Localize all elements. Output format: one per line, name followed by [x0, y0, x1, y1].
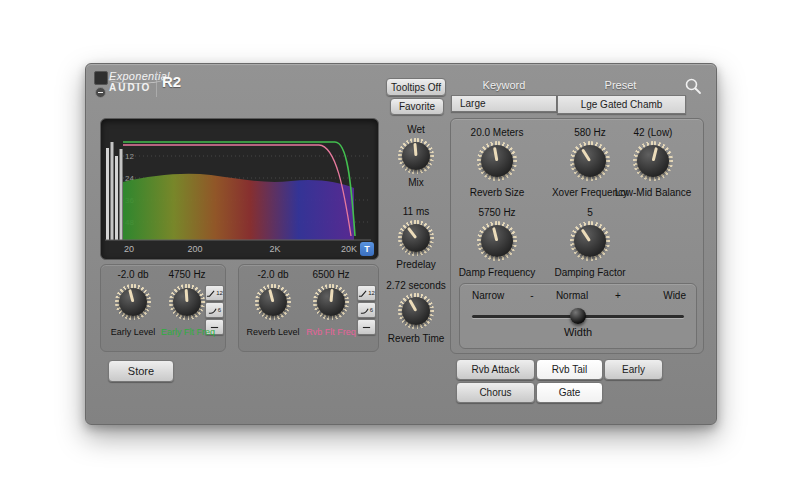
early-level-value: -2.0 db — [103, 269, 163, 280]
reverb-filter-slope-6-button[interactable]: 6 — [357, 302, 376, 318]
damp-frequency-knob[interactable] — [477, 221, 517, 261]
filter-slope-gentle-icon — [208, 306, 217, 315]
damp-frequency-value: 5750 Hz — [455, 207, 539, 218]
logo-badge — [94, 71, 108, 85]
tab-rvb-attack[interactable]: Rvb Attack — [456, 359, 535, 380]
reverb-size-value: 20.0 Meters — [455, 127, 539, 138]
svg-text:200: 200 — [187, 244, 202, 254]
early-freq-label: Early Flt Freq — [155, 327, 221, 337]
damping-factor-value: 5 — [548, 207, 632, 218]
early-filter-slope-6-button[interactable]: 6 — [205, 302, 224, 318]
keyword-label: Keyword — [451, 79, 557, 91]
slope-value: 6 — [218, 307, 221, 313]
reverb-time-knob[interactable] — [398, 293, 434, 329]
tab-gate[interactable]: Gate — [536, 382, 603, 403]
preset-search-button[interactable] — [683, 76, 703, 96]
favorite-button[interactable]: Favorite — [390, 98, 444, 115]
knob-body — [259, 288, 287, 316]
reverb-filter-slope-12-button[interactable]: 12 — [357, 285, 376, 301]
reverb-freq-value: 6500 Hz — [299, 269, 363, 280]
store-button[interactable]: Store — [108, 360, 174, 382]
width-wide-label: Wide — [646, 290, 686, 301]
minus-icon — [98, 92, 103, 93]
early-knob-group: -2.0 db 4750 Hz 12 6 Early Level Early F… — [100, 264, 226, 352]
brand-name-top: Exponential — [109, 70, 170, 82]
reverb-level-knob[interactable] — [255, 284, 291, 320]
tooltips-toggle-button[interactable]: Tooltips Off — [386, 78, 446, 96]
svg-text:20K: 20K — [341, 244, 357, 254]
logo-divider — [156, 71, 157, 97]
reverb-size-label: Reverb Size — [455, 187, 539, 198]
level-meters — [106, 142, 123, 240]
width-plus-label[interactable]: + — [612, 290, 624, 301]
reverb-size-knob[interactable] — [477, 141, 517, 181]
mix-value: Wet — [386, 124, 446, 135]
mix-knob[interactable] — [398, 138, 434, 174]
svg-text:2K: 2K — [269, 244, 280, 254]
filter-slope-gentle-icon — [360, 306, 369, 315]
product-name: R2 — [162, 73, 181, 90]
brand-name-bottom: AUDIO — [109, 82, 151, 93]
knob-body — [119, 288, 147, 316]
tab-rvb-tail[interactable]: Rvb Tail — [536, 359, 603, 380]
rvb-tail-panel: 20.0 Meters 580 Hz 42 (Low) Reverb Size … — [450, 118, 704, 354]
keyword-select[interactable]: Large — [451, 95, 557, 112]
plugin-window: Exponential AUDIO R2 Tooltips Off Favori… — [85, 63, 717, 425]
logo-minus-badge — [95, 87, 106, 98]
svg-text:20: 20 — [124, 244, 134, 254]
reverb-time-label: Reverb Time — [382, 333, 450, 344]
width-minus-label[interactable]: - — [526, 290, 538, 301]
preset-label: Preset — [557, 79, 684, 91]
predelay-value: 11 ms — [386, 206, 446, 217]
slope-value: 12 — [368, 290, 375, 296]
early-freq-value: 4750 Hz — [157, 269, 217, 280]
damping-factor-knob[interactable] — [570, 221, 610, 261]
knob-body — [574, 225, 606, 257]
early-filter-freq-knob[interactable] — [169, 284, 205, 320]
width-slider-thumb[interactable] — [570, 308, 586, 324]
search-icon — [683, 76, 703, 96]
slope-value: 6 — [370, 307, 373, 313]
low-mid-balance-label: Low-Mid Balance — [607, 187, 699, 198]
xover-frequency-knob[interactable] — [570, 141, 610, 181]
early-filter-slope-12-button[interactable]: 12 — [205, 285, 224, 301]
slope-value: 12 — [216, 290, 223, 296]
reverb-filter-freq-knob[interactable] — [313, 284, 349, 320]
reverb-knob-group: -2.0 db 6500 Hz 12 6 Reverb Level Rvb Fl… — [238, 264, 379, 352]
low-mid-balance-value: 42 (Low) — [607, 127, 699, 138]
svg-text:12: 12 — [125, 152, 134, 161]
predelay-knob[interactable] — [398, 220, 434, 256]
filter-slope-steep-icon — [358, 289, 367, 298]
reverb-time-value: 2.72 seconds — [378, 280, 454, 291]
width-narrow-label: Narrow — [472, 290, 512, 301]
predelay-label: Predelay — [386, 259, 446, 270]
width-normal-label: Normal — [547, 290, 597, 301]
spectrum-area — [123, 174, 354, 240]
early-level-knob[interactable] — [115, 284, 151, 320]
low-mid-balance-knob[interactable] — [633, 141, 673, 181]
spectrum-display: 12 24 36 48 20 200 2K 20K T — [100, 118, 379, 260]
spectrum-graph: 12 24 36 48 20 200 2K 20K — [103, 120, 376, 256]
display-mode-badge[interactable]: T — [360, 242, 374, 256]
knob-body — [574, 145, 606, 177]
freq-axis-labels: 20 200 2K 20K — [124, 244, 357, 254]
preset-select[interactable]: Lge Gated Chamb — [557, 95, 686, 114]
reverb-freq-label: Rvb Flt Freq — [297, 327, 365, 337]
knob-body — [402, 297, 430, 325]
tab-chorus[interactable]: Chorus — [456, 382, 535, 403]
reverb-level-value: -2.0 db — [243, 269, 303, 280]
width-label: Width — [460, 326, 696, 338]
damp-frequency-label: Damp Frequency — [455, 267, 539, 278]
filter-slope-steep-icon — [206, 289, 215, 298]
mix-label: Mix — [386, 177, 446, 188]
damping-factor-label: Damping Factor — [548, 267, 632, 278]
tab-early[interactable]: Early — [604, 359, 663, 380]
width-control-panel: Narrow - Normal + Wide Width — [459, 283, 697, 349]
